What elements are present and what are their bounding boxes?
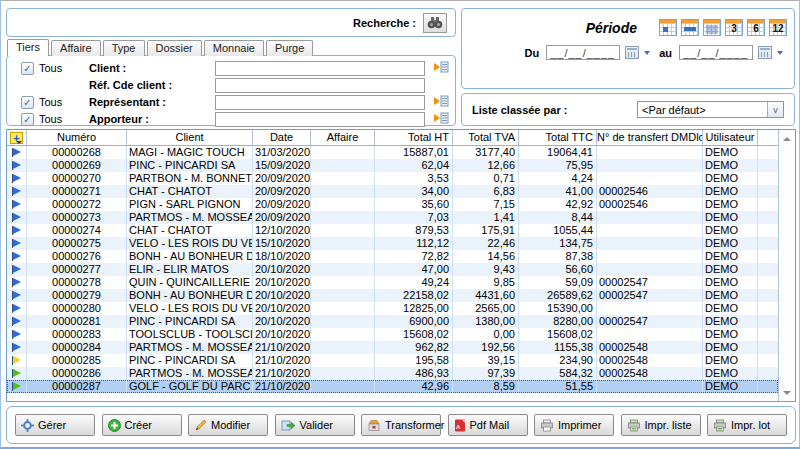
tous-apporteur-label: Tous [39,113,62,125]
table-row[interactable]: 00000277 ELIR - ELIR MATOS 20/10/2020 47… [7,263,778,276]
table-row[interactable]: 00000281 PINC - PINCARDI SA 20/10/2020 6… [7,315,778,328]
modifier-button[interactable]: Modifier [188,414,268,436]
column-header-transfert[interactable]: N° de transfert DMDlog [597,130,703,145]
date-to-dropdown-icon[interactable] [777,51,783,55]
apporteur-input[interactable] [215,112,425,127]
tab-type[interactable]: Type [103,40,145,56]
cell-utilisateur: DEMO [703,276,758,289]
sort-select[interactable]: <Par défaut> v [637,101,784,118]
table-row[interactable]: 00000275 VELO - LES ROIS DU VELO 15/10/2… [7,237,778,250]
cell-affaire [311,224,375,237]
tab-tiers[interactable]: Tiers [7,39,49,56]
search-button[interactable] [423,13,447,33]
scroll-down-icon[interactable] [779,385,795,400]
table-row[interactable]: 00000269 PINC - PINCARDI SA 15/09/2020 6… [7,159,778,172]
table-row[interactable]: 00000285 PINC - PINCARDI SA 21/10/2020 1… [7,354,778,367]
valider-button[interactable]: Valider [275,414,355,436]
table-row[interactable]: 00000278 QUIN - QUINCAILLERIE PL 20/10/2… [7,276,778,289]
cell-numero: 00000283 [27,328,127,341]
representant-input[interactable] [215,95,425,110]
representant-label: Représentant : [77,96,215,108]
column-header-client[interactable]: Client [127,130,253,145]
date-from-calendar-icon[interactable] [625,46,639,59]
client-picker-icon[interactable] [425,61,449,75]
period-3-button[interactable]: 3 [725,19,743,36]
tous-apporteur-checkbox[interactable]: ✓ [21,113,34,126]
periode-panel: Période 3 6 12 Du au [461,8,795,89]
cell-client: PARTMOS - M. MOSSEAU E [127,211,253,224]
pdf-mail-button[interactable]: A Pdf Mail [448,414,528,436]
table-row[interactable]: 00000280 VELO - LES ROIS DU VELO 20/10/2… [7,302,778,315]
tous-client-checkbox[interactable]: ✓ [21,62,34,75]
ref-cde-client-input[interactable] [215,78,425,93]
period-6-button[interactable]: 6 [747,19,765,36]
date-to-input[interactable] [679,45,753,60]
impr-liste-button[interactable]: Impr. liste [621,414,701,436]
column-header-utilisateur[interactable]: Utilisateur [703,130,758,145]
imprimer-button[interactable]: Imprimer [534,414,614,436]
row-flag-icon [7,159,27,172]
table-row[interactable]: 00000283 TOOLSCLUB - TOOLSCLUB 20/10/202… [7,328,778,341]
invoice-table: + Numéro Client Date Affaire Total HT To… [6,129,796,402]
cell-total-tva: 39,15 [453,354,519,367]
validate-icon [281,419,296,432]
cell-numero: 00000270 [27,172,127,185]
cell-utilisateur: DEMO [703,224,758,237]
column-header-date[interactable]: Date [253,130,311,145]
table-row[interactable]: 00000286 PARTMOS - M. MOSSEAU E 21/10/20… [7,367,778,380]
tab-monnaie[interactable]: Monnaie [204,40,264,56]
cell-numero: 00000280 [27,302,127,315]
table-row[interactable]: 00000284 PARTMOS - M. MOSSEAU E 21/10/20… [7,341,778,354]
date-from-input[interactable] [546,45,620,60]
chevron-down-icon: v [767,102,783,117]
column-chooser-button[interactable]: + [7,130,27,145]
calendar-day-button[interactable] [659,19,677,36]
table-row[interactable]: 00000268 MAGI - MAGIC TOUCH 31/03/2020 1… [7,146,778,159]
period-12-button[interactable]: 12 [769,19,787,36]
tab-affaire[interactable]: Affaire [51,40,101,56]
tab-strip: TiersAffaireTypeDossierMonnaiePurge [7,40,315,57]
table-row[interactable]: 00000272 PIGN - SARL PIGNON 20/09/2020 3… [7,198,778,211]
tab-dossier[interactable]: Dossier [147,40,202,56]
vertical-scrollbar[interactable] [778,130,795,401]
column-header-total-ht[interactable]: Total HT [375,130,453,145]
calendar-week-button[interactable] [681,19,699,36]
column-header-total-ttc[interactable]: Total TTC [519,130,597,145]
table-row[interactable]: 00000271 CHAT - CHATOT 20/09/2020 34,00 … [7,185,778,198]
cell-transfert: 00002546 [597,185,703,198]
cell-client: VELO - LES ROIS DU VELO [127,237,253,250]
representant-picker-icon[interactable] [425,95,449,109]
table-row[interactable]: 00000270 PARTBON - M. BONNET 20/09/2020 … [7,172,778,185]
cell-total-tva: 3177,40 [453,146,519,159]
date-to-calendar-icon[interactable] [758,46,772,59]
cell-numero: 00000269 [27,159,127,172]
cell-date: 15/10/2020 [253,237,311,250]
table-row[interactable]: 00000276 BONH - AU BONHEUR DU I 18/10/20… [7,250,778,263]
calendar-month-button[interactable] [703,19,721,36]
table-row[interactable]: 00000287 GOLF - GOLF DU PARC 21/10/2020 … [7,380,778,393]
gerer-button[interactable]: Gérer [15,414,95,436]
cell-transfert [597,380,703,393]
cell-numero: 00000285 [27,354,127,367]
impr-lot-button[interactable]: Impr. lot [707,414,787,436]
cell-transfert [597,224,703,237]
table-row[interactable]: 00000273 PARTMOS - M. MOSSEAU E 20/09/20… [7,211,778,224]
row-flag-icon [7,380,27,393]
column-header-numero[interactable]: Numéro [27,130,127,145]
creer-button[interactable]: Créer [102,414,182,436]
column-header-total-tva[interactable]: Total TVA [453,130,519,145]
tab-purge[interactable]: Purge [266,40,313,56]
row-flag-icon [7,146,27,159]
table-row[interactable]: 00000274 CHAT - CHATOT 12/10/2020 879,53… [7,224,778,237]
cell-total-ttc: 87,38 [519,250,597,263]
apporteur-picker-icon[interactable] [425,112,449,126]
client-input[interactable] [215,61,425,76]
cell-date: 15/09/2020 [253,159,311,172]
cell-total-ttc: 8280,00 [519,315,597,328]
table-row[interactable]: 00000279 BONH - AU BONHEUR DU I 20/10/20… [7,289,778,302]
column-header-affaire[interactable]: Affaire [311,130,375,145]
scroll-up-icon[interactable] [779,131,795,146]
date-from-dropdown-icon[interactable] [644,51,650,55]
tous-representant-checkbox[interactable]: ✓ [21,96,34,109]
transformer-button[interactable]: Transformer [361,414,441,436]
